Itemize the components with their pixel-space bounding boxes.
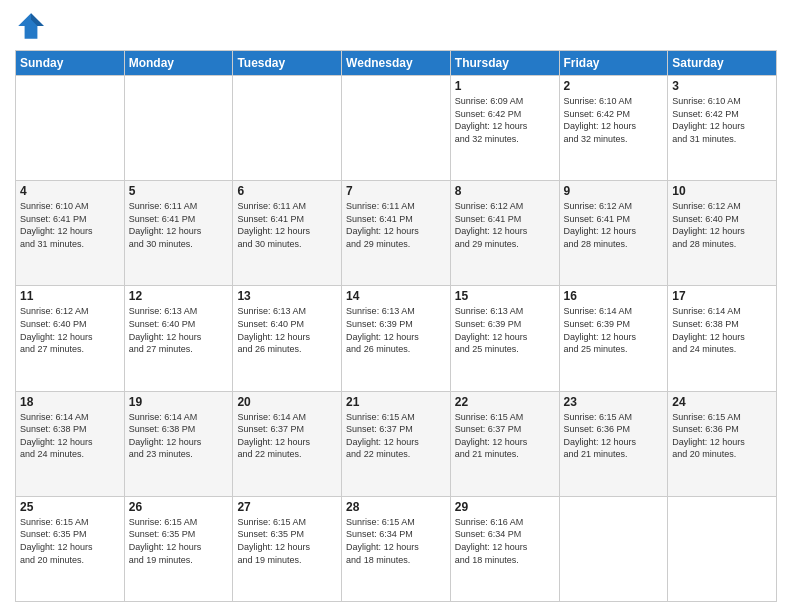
day-info: Sunrise: 6:14 AM Sunset: 6:37 PM Dayligh… xyxy=(237,411,337,461)
day-info: Sunrise: 6:15 AM Sunset: 6:35 PM Dayligh… xyxy=(129,516,229,566)
day-info: Sunrise: 6:14 AM Sunset: 6:38 PM Dayligh… xyxy=(129,411,229,461)
calendar-week-row: 25Sunrise: 6:15 AM Sunset: 6:35 PM Dayli… xyxy=(16,496,777,601)
day-info: Sunrise: 6:10 AM Sunset: 6:41 PM Dayligh… xyxy=(20,200,120,250)
calendar-cell: 20Sunrise: 6:14 AM Sunset: 6:37 PM Dayli… xyxy=(233,391,342,496)
day-number: 19 xyxy=(129,395,229,409)
day-info: Sunrise: 6:13 AM Sunset: 6:39 PM Dayligh… xyxy=(346,305,446,355)
calendar-cell xyxy=(16,76,125,181)
calendar-cell: 3Sunrise: 6:10 AM Sunset: 6:42 PM Daylig… xyxy=(668,76,777,181)
day-info: Sunrise: 6:14 AM Sunset: 6:39 PM Dayligh… xyxy=(564,305,664,355)
day-info: Sunrise: 6:13 AM Sunset: 6:39 PM Dayligh… xyxy=(455,305,555,355)
day-info: Sunrise: 6:15 AM Sunset: 6:37 PM Dayligh… xyxy=(455,411,555,461)
day-number: 22 xyxy=(455,395,555,409)
weekday-header: Monday xyxy=(124,51,233,76)
calendar-cell: 10Sunrise: 6:12 AM Sunset: 6:40 PM Dayli… xyxy=(668,181,777,286)
day-number: 23 xyxy=(564,395,664,409)
calendar-cell: 23Sunrise: 6:15 AM Sunset: 6:36 PM Dayli… xyxy=(559,391,668,496)
day-info: Sunrise: 6:15 AM Sunset: 6:37 PM Dayligh… xyxy=(346,411,446,461)
calendar-cell: 19Sunrise: 6:14 AM Sunset: 6:38 PM Dayli… xyxy=(124,391,233,496)
weekday-header: Thursday xyxy=(450,51,559,76)
calendar-cell: 27Sunrise: 6:15 AM Sunset: 6:35 PM Dayli… xyxy=(233,496,342,601)
calendar-cell: 14Sunrise: 6:13 AM Sunset: 6:39 PM Dayli… xyxy=(342,286,451,391)
day-info: Sunrise: 6:12 AM Sunset: 6:40 PM Dayligh… xyxy=(20,305,120,355)
calendar-cell: 18Sunrise: 6:14 AM Sunset: 6:38 PM Dayli… xyxy=(16,391,125,496)
day-info: Sunrise: 6:09 AM Sunset: 6:42 PM Dayligh… xyxy=(455,95,555,145)
calendar-cell: 15Sunrise: 6:13 AM Sunset: 6:39 PM Dayli… xyxy=(450,286,559,391)
day-number: 20 xyxy=(237,395,337,409)
calendar-cell: 21Sunrise: 6:15 AM Sunset: 6:37 PM Dayli… xyxy=(342,391,451,496)
day-info: Sunrise: 6:15 AM Sunset: 6:36 PM Dayligh… xyxy=(564,411,664,461)
calendar-cell: 11Sunrise: 6:12 AM Sunset: 6:40 PM Dayli… xyxy=(16,286,125,391)
day-info: Sunrise: 6:16 AM Sunset: 6:34 PM Dayligh… xyxy=(455,516,555,566)
calendar-cell: 9Sunrise: 6:12 AM Sunset: 6:41 PM Daylig… xyxy=(559,181,668,286)
day-number: 17 xyxy=(672,289,772,303)
day-number: 13 xyxy=(237,289,337,303)
day-number: 25 xyxy=(20,500,120,514)
day-number: 16 xyxy=(564,289,664,303)
day-info: Sunrise: 6:11 AM Sunset: 6:41 PM Dayligh… xyxy=(129,200,229,250)
day-number: 1 xyxy=(455,79,555,93)
calendar-cell: 2Sunrise: 6:10 AM Sunset: 6:42 PM Daylig… xyxy=(559,76,668,181)
day-number: 2 xyxy=(564,79,664,93)
calendar-cell: 5Sunrise: 6:11 AM Sunset: 6:41 PM Daylig… xyxy=(124,181,233,286)
day-number: 3 xyxy=(672,79,772,93)
day-number: 21 xyxy=(346,395,446,409)
weekday-header: Tuesday xyxy=(233,51,342,76)
calendar-cell xyxy=(124,76,233,181)
calendar-cell: 6Sunrise: 6:11 AM Sunset: 6:41 PM Daylig… xyxy=(233,181,342,286)
day-info: Sunrise: 6:15 AM Sunset: 6:34 PM Dayligh… xyxy=(346,516,446,566)
header xyxy=(15,10,777,42)
day-info: Sunrise: 6:12 AM Sunset: 6:41 PM Dayligh… xyxy=(455,200,555,250)
day-number: 9 xyxy=(564,184,664,198)
weekday-header: Friday xyxy=(559,51,668,76)
calendar-week-row: 4Sunrise: 6:10 AM Sunset: 6:41 PM Daylig… xyxy=(16,181,777,286)
calendar-week-row: 18Sunrise: 6:14 AM Sunset: 6:38 PM Dayli… xyxy=(16,391,777,496)
calendar-cell: 7Sunrise: 6:11 AM Sunset: 6:41 PM Daylig… xyxy=(342,181,451,286)
day-info: Sunrise: 6:15 AM Sunset: 6:35 PM Dayligh… xyxy=(237,516,337,566)
day-number: 7 xyxy=(346,184,446,198)
calendar-cell: 25Sunrise: 6:15 AM Sunset: 6:35 PM Dayli… xyxy=(16,496,125,601)
day-number: 15 xyxy=(455,289,555,303)
day-info: Sunrise: 6:12 AM Sunset: 6:40 PM Dayligh… xyxy=(672,200,772,250)
day-number: 12 xyxy=(129,289,229,303)
calendar-cell: 8Sunrise: 6:12 AM Sunset: 6:41 PM Daylig… xyxy=(450,181,559,286)
day-info: Sunrise: 6:11 AM Sunset: 6:41 PM Dayligh… xyxy=(237,200,337,250)
day-number: 26 xyxy=(129,500,229,514)
calendar-cell: 13Sunrise: 6:13 AM Sunset: 6:40 PM Dayli… xyxy=(233,286,342,391)
day-number: 14 xyxy=(346,289,446,303)
day-number: 8 xyxy=(455,184,555,198)
day-number: 28 xyxy=(346,500,446,514)
day-number: 27 xyxy=(237,500,337,514)
weekday-header: Saturday xyxy=(668,51,777,76)
weekday-header: Wednesday xyxy=(342,51,451,76)
calendar-cell xyxy=(668,496,777,601)
day-number: 10 xyxy=(672,184,772,198)
calendar-cell xyxy=(342,76,451,181)
day-number: 6 xyxy=(237,184,337,198)
day-info: Sunrise: 6:14 AM Sunset: 6:38 PM Dayligh… xyxy=(20,411,120,461)
day-number: 11 xyxy=(20,289,120,303)
day-number: 4 xyxy=(20,184,120,198)
calendar-cell: 12Sunrise: 6:13 AM Sunset: 6:40 PM Dayli… xyxy=(124,286,233,391)
calendar-cell xyxy=(233,76,342,181)
calendar-cell: 17Sunrise: 6:14 AM Sunset: 6:38 PM Dayli… xyxy=(668,286,777,391)
day-info: Sunrise: 6:11 AM Sunset: 6:41 PM Dayligh… xyxy=(346,200,446,250)
calendar-cell: 28Sunrise: 6:15 AM Sunset: 6:34 PM Dayli… xyxy=(342,496,451,601)
day-info: Sunrise: 6:15 AM Sunset: 6:36 PM Dayligh… xyxy=(672,411,772,461)
calendar-cell: 1Sunrise: 6:09 AM Sunset: 6:42 PM Daylig… xyxy=(450,76,559,181)
day-info: Sunrise: 6:10 AM Sunset: 6:42 PM Dayligh… xyxy=(672,95,772,145)
day-info: Sunrise: 6:12 AM Sunset: 6:41 PM Dayligh… xyxy=(564,200,664,250)
calendar-table: SundayMondayTuesdayWednesdayThursdayFrid… xyxy=(15,50,777,602)
calendar-cell: 24Sunrise: 6:15 AM Sunset: 6:36 PM Dayli… xyxy=(668,391,777,496)
day-info: Sunrise: 6:15 AM Sunset: 6:35 PM Dayligh… xyxy=(20,516,120,566)
day-info: Sunrise: 6:13 AM Sunset: 6:40 PM Dayligh… xyxy=(237,305,337,355)
calendar-cell: 4Sunrise: 6:10 AM Sunset: 6:41 PM Daylig… xyxy=(16,181,125,286)
day-number: 18 xyxy=(20,395,120,409)
calendar-cell: 26Sunrise: 6:15 AM Sunset: 6:35 PM Dayli… xyxy=(124,496,233,601)
weekday-header: Sunday xyxy=(16,51,125,76)
calendar-week-row: 1Sunrise: 6:09 AM Sunset: 6:42 PM Daylig… xyxy=(16,76,777,181)
logo xyxy=(15,10,51,42)
day-info: Sunrise: 6:10 AM Sunset: 6:42 PM Dayligh… xyxy=(564,95,664,145)
calendar-cell: 29Sunrise: 6:16 AM Sunset: 6:34 PM Dayli… xyxy=(450,496,559,601)
calendar-cell: 22Sunrise: 6:15 AM Sunset: 6:37 PM Dayli… xyxy=(450,391,559,496)
